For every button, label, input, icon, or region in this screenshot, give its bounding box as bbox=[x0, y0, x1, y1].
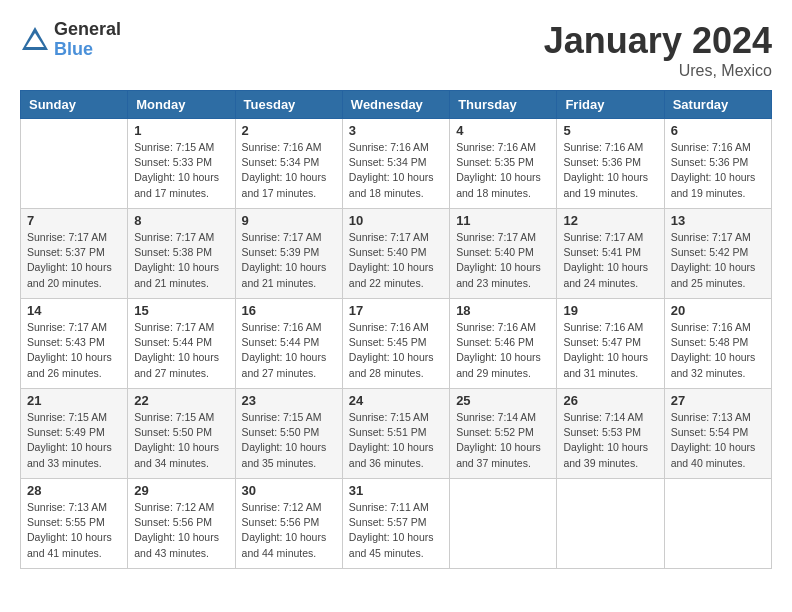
header-friday: Friday bbox=[557, 91, 664, 119]
day-detail: Sunrise: 7:16 AMSunset: 5:36 PMDaylight:… bbox=[671, 140, 765, 201]
month-year: January 2024 bbox=[544, 20, 772, 62]
day-number: 31 bbox=[349, 483, 443, 498]
day-number: 28 bbox=[27, 483, 121, 498]
table-row bbox=[664, 479, 771, 569]
day-number: 19 bbox=[563, 303, 657, 318]
day-number: 8 bbox=[134, 213, 228, 228]
day-number: 30 bbox=[242, 483, 336, 498]
table-row: 1 Sunrise: 7:15 AMSunset: 5:33 PMDayligh… bbox=[128, 119, 235, 209]
table-row: 25 Sunrise: 7:14 AMSunset: 5:52 PMDaylig… bbox=[450, 389, 557, 479]
day-detail: Sunrise: 7:16 AMSunset: 5:36 PMDaylight:… bbox=[563, 140, 657, 201]
day-number: 17 bbox=[349, 303, 443, 318]
table-row bbox=[21, 119, 128, 209]
table-row: 11 Sunrise: 7:17 AMSunset: 5:40 PMDaylig… bbox=[450, 209, 557, 299]
location: Ures, Mexico bbox=[544, 62, 772, 80]
day-detail: Sunrise: 7:17 AMSunset: 5:43 PMDaylight:… bbox=[27, 320, 121, 381]
table-row: 21 Sunrise: 7:15 AMSunset: 5:49 PMDaylig… bbox=[21, 389, 128, 479]
day-number: 29 bbox=[134, 483, 228, 498]
table-row: 27 Sunrise: 7:13 AMSunset: 5:54 PMDaylig… bbox=[664, 389, 771, 479]
day-detail: Sunrise: 7:15 AMSunset: 5:50 PMDaylight:… bbox=[242, 410, 336, 471]
day-detail: Sunrise: 7:12 AMSunset: 5:56 PMDaylight:… bbox=[242, 500, 336, 561]
weekday-header-row: Sunday Monday Tuesday Wednesday Thursday… bbox=[21, 91, 772, 119]
day-number: 23 bbox=[242, 393, 336, 408]
table-row: 4 Sunrise: 7:16 AMSunset: 5:35 PMDayligh… bbox=[450, 119, 557, 209]
logo-icon bbox=[20, 25, 50, 55]
table-row: 7 Sunrise: 7:17 AMSunset: 5:37 PMDayligh… bbox=[21, 209, 128, 299]
table-row: 10 Sunrise: 7:17 AMSunset: 5:40 PMDaylig… bbox=[342, 209, 449, 299]
table-row: 13 Sunrise: 7:17 AMSunset: 5:42 PMDaylig… bbox=[664, 209, 771, 299]
calendar-table: Sunday Monday Tuesday Wednesday Thursday… bbox=[20, 90, 772, 569]
day-detail: Sunrise: 7:15 AMSunset: 5:33 PMDaylight:… bbox=[134, 140, 228, 201]
day-detail: Sunrise: 7:15 AMSunset: 5:51 PMDaylight:… bbox=[349, 410, 443, 471]
calendar-week-row: 1 Sunrise: 7:15 AMSunset: 5:33 PMDayligh… bbox=[21, 119, 772, 209]
table-row: 18 Sunrise: 7:16 AMSunset: 5:46 PMDaylig… bbox=[450, 299, 557, 389]
table-row: 3 Sunrise: 7:16 AMSunset: 5:34 PMDayligh… bbox=[342, 119, 449, 209]
table-row: 20 Sunrise: 7:16 AMSunset: 5:48 PMDaylig… bbox=[664, 299, 771, 389]
day-detail: Sunrise: 7:16 AMSunset: 5:46 PMDaylight:… bbox=[456, 320, 550, 381]
day-detail: Sunrise: 7:17 AMSunset: 5:40 PMDaylight:… bbox=[349, 230, 443, 291]
table-row: 15 Sunrise: 7:17 AMSunset: 5:44 PMDaylig… bbox=[128, 299, 235, 389]
header-sunday: Sunday bbox=[21, 91, 128, 119]
logo-blue: Blue bbox=[54, 40, 121, 60]
table-row: 14 Sunrise: 7:17 AMSunset: 5:43 PMDaylig… bbox=[21, 299, 128, 389]
header-saturday: Saturday bbox=[664, 91, 771, 119]
day-number: 2 bbox=[242, 123, 336, 138]
table-row: 17 Sunrise: 7:16 AMSunset: 5:45 PMDaylig… bbox=[342, 299, 449, 389]
day-number: 4 bbox=[456, 123, 550, 138]
day-number: 27 bbox=[671, 393, 765, 408]
table-row bbox=[450, 479, 557, 569]
table-row: 29 Sunrise: 7:12 AMSunset: 5:56 PMDaylig… bbox=[128, 479, 235, 569]
header-monday: Monday bbox=[128, 91, 235, 119]
day-detail: Sunrise: 7:16 AMSunset: 5:34 PMDaylight:… bbox=[242, 140, 336, 201]
header-tuesday: Tuesday bbox=[235, 91, 342, 119]
day-number: 16 bbox=[242, 303, 336, 318]
table-row: 28 Sunrise: 7:13 AMSunset: 5:55 PMDaylig… bbox=[21, 479, 128, 569]
day-number: 10 bbox=[349, 213, 443, 228]
day-number: 15 bbox=[134, 303, 228, 318]
day-detail: Sunrise: 7:17 AMSunset: 5:44 PMDaylight:… bbox=[134, 320, 228, 381]
day-detail: Sunrise: 7:17 AMSunset: 5:40 PMDaylight:… bbox=[456, 230, 550, 291]
day-number: 24 bbox=[349, 393, 443, 408]
day-number: 18 bbox=[456, 303, 550, 318]
day-detail: Sunrise: 7:13 AMSunset: 5:55 PMDaylight:… bbox=[27, 500, 121, 561]
day-number: 6 bbox=[671, 123, 765, 138]
day-detail: Sunrise: 7:14 AMSunset: 5:53 PMDaylight:… bbox=[563, 410, 657, 471]
day-number: 21 bbox=[27, 393, 121, 408]
calendar-week-row: 28 Sunrise: 7:13 AMSunset: 5:55 PMDaylig… bbox=[21, 479, 772, 569]
table-row: 31 Sunrise: 7:11 AMSunset: 5:57 PMDaylig… bbox=[342, 479, 449, 569]
table-row: 23 Sunrise: 7:15 AMSunset: 5:50 PMDaylig… bbox=[235, 389, 342, 479]
day-detail: Sunrise: 7:11 AMSunset: 5:57 PMDaylight:… bbox=[349, 500, 443, 561]
day-detail: Sunrise: 7:17 AMSunset: 5:37 PMDaylight:… bbox=[27, 230, 121, 291]
day-number: 12 bbox=[563, 213, 657, 228]
day-number: 11 bbox=[456, 213, 550, 228]
logo: General Blue bbox=[20, 20, 121, 60]
day-detail: Sunrise: 7:16 AMSunset: 5:34 PMDaylight:… bbox=[349, 140, 443, 201]
day-number: 20 bbox=[671, 303, 765, 318]
day-detail: Sunrise: 7:15 AMSunset: 5:49 PMDaylight:… bbox=[27, 410, 121, 471]
day-detail: Sunrise: 7:16 AMSunset: 5:48 PMDaylight:… bbox=[671, 320, 765, 381]
day-number: 26 bbox=[563, 393, 657, 408]
day-detail: Sunrise: 7:16 AMSunset: 5:35 PMDaylight:… bbox=[456, 140, 550, 201]
table-row: 24 Sunrise: 7:15 AMSunset: 5:51 PMDaylig… bbox=[342, 389, 449, 479]
day-detail: Sunrise: 7:17 AMSunset: 5:39 PMDaylight:… bbox=[242, 230, 336, 291]
day-number: 14 bbox=[27, 303, 121, 318]
calendar-week-row: 7 Sunrise: 7:17 AMSunset: 5:37 PMDayligh… bbox=[21, 209, 772, 299]
calendar-week-row: 21 Sunrise: 7:15 AMSunset: 5:49 PMDaylig… bbox=[21, 389, 772, 479]
table-row: 30 Sunrise: 7:12 AMSunset: 5:56 PMDaylig… bbox=[235, 479, 342, 569]
day-number: 7 bbox=[27, 213, 121, 228]
day-detail: Sunrise: 7:14 AMSunset: 5:52 PMDaylight:… bbox=[456, 410, 550, 471]
calendar-week-row: 14 Sunrise: 7:17 AMSunset: 5:43 PMDaylig… bbox=[21, 299, 772, 389]
day-number: 1 bbox=[134, 123, 228, 138]
table-row: 16 Sunrise: 7:16 AMSunset: 5:44 PMDaylig… bbox=[235, 299, 342, 389]
day-number: 22 bbox=[134, 393, 228, 408]
table-row: 8 Sunrise: 7:17 AMSunset: 5:38 PMDayligh… bbox=[128, 209, 235, 299]
logo-text: General Blue bbox=[54, 20, 121, 60]
logo-general: General bbox=[54, 20, 121, 40]
day-number: 3 bbox=[349, 123, 443, 138]
table-row: 9 Sunrise: 7:17 AMSunset: 5:39 PMDayligh… bbox=[235, 209, 342, 299]
table-row: 19 Sunrise: 7:16 AMSunset: 5:47 PMDaylig… bbox=[557, 299, 664, 389]
title-block: January 2024 Ures, Mexico bbox=[544, 20, 772, 80]
table-row bbox=[557, 479, 664, 569]
day-number: 9 bbox=[242, 213, 336, 228]
day-detail: Sunrise: 7:15 AMSunset: 5:50 PMDaylight:… bbox=[134, 410, 228, 471]
